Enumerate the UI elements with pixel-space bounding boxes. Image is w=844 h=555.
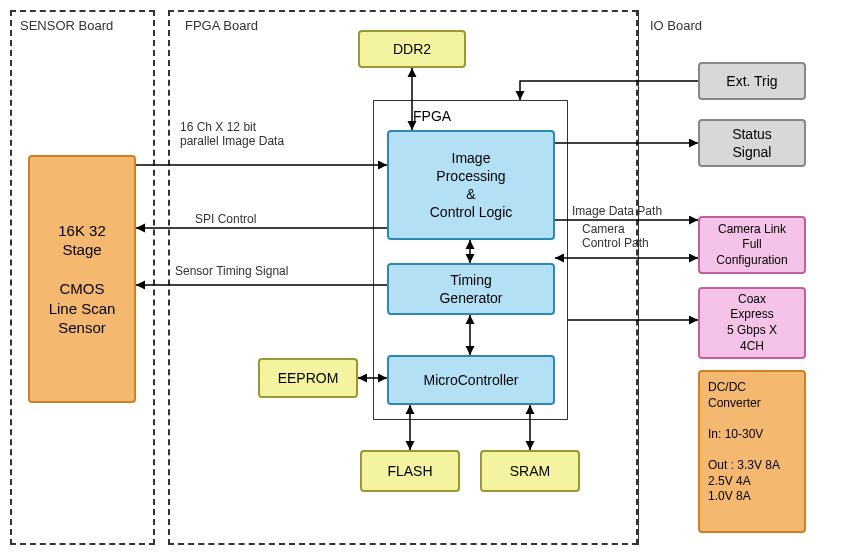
status-block: Status Signal — [698, 119, 806, 167]
imgdata-label: 16 Ch X 12 bit parallel Image Data — [180, 120, 284, 149]
io-board-label: IO Board — [650, 18, 702, 33]
ddr2-block: DDR2 — [358, 30, 466, 68]
dcdc-block: DC/DC Converter In: 10-30V Out : 3.3V 8A… — [698, 370, 806, 533]
fpga-inner-label: FPGA — [413, 108, 451, 124]
imgpath-label: Image Data Path — [572, 204, 662, 218]
sensor-block: 16K 32 Stage CMOS Line Scan Sensor — [28, 155, 136, 403]
camctrl-label: Camera Control Path — [582, 222, 649, 251]
coax-block: Coax Express 5 Gbps X 4CH — [698, 287, 806, 359]
sram-block: SRAM — [480, 450, 580, 492]
eeprom-block: EEPROM — [258, 358, 358, 398]
sensor-board-label: SENSOR Board — [20, 18, 113, 33]
timing-block: Timing Generator — [387, 263, 555, 315]
io-board-divider — [638, 10, 639, 545]
fpga-board-label: FPGA Board — [185, 18, 258, 33]
exttrig-block: Ext. Trig — [698, 62, 806, 100]
flash-block: FLASH — [360, 450, 460, 492]
spi-label: SPI Control — [195, 212, 256, 226]
timing-sig-label: Sensor Timing Signal — [175, 264, 288, 278]
mcu-block: MicroController — [387, 355, 555, 405]
imgproc-block: Image Processing & Control Logic — [387, 130, 555, 240]
camlink-block: Camera Link Full Configuration — [698, 216, 806, 274]
